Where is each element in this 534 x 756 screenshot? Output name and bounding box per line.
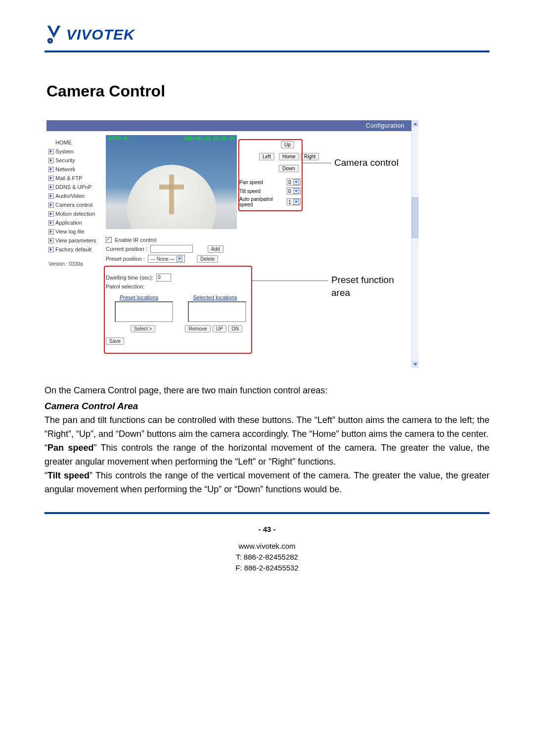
scroll-up-icon[interactable] (412, 120, 418, 127)
scroll-thumb[interactable] (412, 197, 418, 238)
nav-audio-video[interactable]: Audio/Video (48, 191, 103, 200)
paragraph-1: The pan and tilt functions can be contro… (44, 413, 490, 441)
add-button[interactable]: Add (208, 245, 223, 253)
brand-name: VIVOTEK (66, 26, 135, 43)
preset-position-value: --- None --- (150, 256, 175, 262)
nav-network[interactable]: Network (48, 165, 103, 174)
callout-leader-line (303, 163, 331, 163)
dome-shape-icon (127, 165, 216, 229)
enable-ir-label: Enable IR control (115, 237, 156, 243)
callout-camera-control (238, 139, 303, 211)
callout-preset-label: Preset function area (331, 274, 412, 299)
scroll-track[interactable] (412, 127, 418, 361)
right-button[interactable]: Right (301, 153, 319, 160)
nav-mail-ftp[interactable]: Mail & FTP (48, 174, 103, 183)
nav-camera-control[interactable]: Camera control (48, 200, 103, 209)
nav-system[interactable]: System (48, 147, 103, 156)
footer-fax: F: 886-2-82455532 (44, 563, 490, 573)
overlay-timestamp: 2004/01/13 12:56:24 (184, 136, 235, 141)
sidebar-nav: HOME System Security Network Mail & FTP … (48, 138, 103, 269)
brand-header: VIVOTEK (44, 25, 490, 45)
nav-ddns-upnp[interactable]: DDNS & UPnP (48, 183, 103, 191)
paragraph-3: “Tilt speed” This controls the range of … (44, 469, 490, 496)
scroll-down-icon[interactable] (412, 361, 418, 368)
nav-factory-default[interactable]: Factory default (48, 245, 103, 254)
svg-point-1 (49, 40, 51, 42)
enable-ir-checkbox[interactable] (106, 237, 112, 243)
vertical-scrollbar[interactable] (411, 120, 418, 368)
subheading-camera-control-area: Camera Control Area (44, 399, 490, 413)
config-screenshot: Configuration HOME System Security Netwo… (46, 120, 418, 368)
header-rule (44, 50, 490, 52)
vivotek-logo-icon (44, 25, 63, 45)
current-position-input[interactable] (150, 245, 193, 253)
callout-leader-line (252, 281, 328, 281)
nav-motion-detection[interactable]: Motion detection (48, 209, 103, 218)
nav-security[interactable]: Security (48, 156, 103, 165)
intro-text: On the Camera Control page, there are tw… (44, 383, 490, 397)
page-number: - 43 - (44, 524, 490, 535)
paragraph-2: “Pan speed” This controls the range of t… (44, 441, 490, 469)
callout-camera-control-label: Camera control (334, 157, 399, 169)
shot-header: Configuration (46, 120, 418, 131)
current-position-label: Current position : (106, 246, 147, 252)
delete-button[interactable]: Delete (197, 255, 218, 263)
version-text: Version : 0100a (48, 260, 103, 269)
preset-position-select[interactable]: --- None --- (148, 255, 185, 263)
document-body: On the Camera Control page, there are tw… (44, 383, 490, 496)
preset-position-label: Preset position : (106, 256, 145, 262)
nav-application[interactable]: Application (48, 218, 103, 227)
configuration-link[interactable]: Configuration (366, 122, 404, 129)
page-title: Camera Control (46, 82, 490, 100)
page-footer: - 43 - www.vivotek.com T: 886-2-82455282… (44, 512, 490, 573)
chevron-down-icon (177, 256, 182, 262)
camera-preview: <HTTP-V> 2004/01/13 12:56:24 (106, 135, 237, 229)
footer-tel: T: 886-2-82455282 (44, 552, 490, 563)
footer-url: www.vivotek.com (44, 541, 490, 552)
nav-view-log[interactable]: View log file (48, 227, 103, 236)
overlay-protocol: <HTTP-V> (108, 136, 129, 141)
nav-view-parameters[interactable]: View parameters (48, 236, 103, 245)
nav-home[interactable]: HOME (48, 138, 103, 147)
callout-preset-area (104, 266, 252, 354)
